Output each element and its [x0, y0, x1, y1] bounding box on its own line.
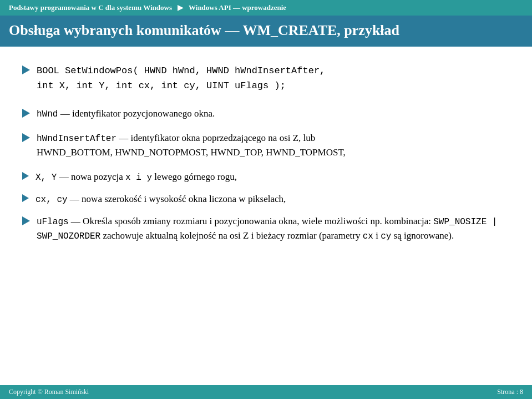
bullet-cxcy [22, 194, 29, 202]
item-hwnd: hWnd — identyfikator pozycjonowanego okn… [22, 107, 510, 121]
hwndinsertafter-code: hWndInsertAfter [37, 134, 116, 144]
bullet-uflags [22, 216, 30, 225]
cxcy-code: cx, cy [36, 195, 68, 205]
xy-text: X, Y — nowa pozycja x i y lewego górnego… [36, 170, 237, 184]
code-section: BOOL SetWindowPos( HWND hWnd, HWND hWndI… [22, 63, 510, 93]
code-line-1: BOOL SetWindowPos( HWND hWnd, HWND hWndI… [37, 63, 325, 78]
bullet-hwndinsertafter [22, 133, 30, 142]
footer-copyright: Copyright © Roman Simiński [9, 388, 89, 396]
page-title: Obsługa wybranych komunikatów — WM_CREAT… [0, 16, 532, 47]
bullet-xy [22, 172, 29, 180]
item-hwndinsertafter: hWndInsertAfter — identyfikator okna pop… [22, 131, 510, 160]
hwnd-code: hWnd [37, 109, 58, 119]
bullet-hwnd [22, 109, 30, 118]
breadcrumb-left: Podstawy programowania w C dla systemu W… [9, 3, 172, 12]
item-xy: X, Y — nowa pozycja x i y lewego górnego… [22, 170, 510, 184]
footer: Copyright © Roman Simiński Strona : 8 [0, 385, 532, 399]
uflags-text: uFlags — Określa sposób zmiany rozmiaru … [37, 214, 510, 243]
code-block: BOOL SetWindowPos( HWND hWnd, HWND hWndI… [37, 63, 325, 93]
item-uflags: uFlags — Określa sposób zmiany rozmiaru … [22, 214, 510, 243]
cy-code: cy [381, 231, 391, 241]
footer-page: Strona : 8 [497, 388, 523, 396]
uflags-code: uFlags [37, 217, 69, 227]
cx-code: cx [363, 231, 373, 241]
bullet-arrow-code [22, 65, 30, 74]
breadcrumb-bar: Podstawy programowania w C dla systemu W… [0, 0, 532, 16]
breadcrumb-right: Windows API — wprowadzenie [189, 3, 286, 12]
item-cxcy: cx, cy — nowa szerokość i wysokość okna … [22, 192, 510, 206]
breadcrumb-arrow: ▶ [178, 3, 183, 12]
cxcy-text: cx, cy — nowa szerokość i wysokość okna … [36, 192, 286, 206]
code-line-2: int X, int Y, int cx, int cy, UINT uFlag… [37, 78, 325, 93]
xy-code: X, Y [36, 173, 57, 183]
hwnd-text: hWnd — identyfikator pozycjonowanego okn… [37, 107, 215, 121]
hwndinsertafter-text: hWndInsertAfter — identyfikator okna pop… [37, 131, 346, 160]
xy-vars: x i y [125, 173, 152, 183]
main-content: BOOL SetWindowPos( HWND hWnd, HWND hWndI… [0, 47, 532, 264]
